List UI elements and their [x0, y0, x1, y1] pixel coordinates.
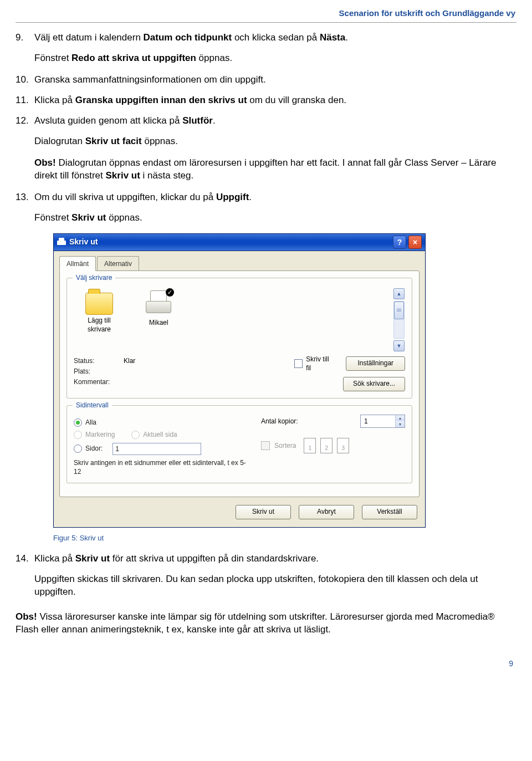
- radio-all-label: Alla: [85, 418, 96, 427]
- titlebar[interactable]: Skriv ut ? ×: [54, 234, 425, 251]
- find-printer-button[interactable]: Sök skrivare...: [343, 377, 405, 391]
- step-num: 9.: [16, 32, 34, 44]
- printer-scrollbar[interactable]: ▲ ▼: [394, 288, 404, 351]
- tab-allmant[interactable]: Allmänt: [59, 256, 96, 271]
- help-button[interactable]: ?: [393, 236, 406, 249]
- kommentar-label: Kommentar:: [74, 377, 124, 386]
- figure-caption: Figur 5: Skriv ut: [53, 533, 516, 543]
- pages-input[interactable]: 1: [112, 443, 201, 455]
- collate-label: Sortera: [274, 441, 296, 450]
- print-to-file-checkbox[interactable]: [294, 359, 303, 368]
- step-12: Avsluta guiden genom att klicka på Slutf…: [34, 115, 216, 127]
- step-13: Om du vill skriva ut uppgiften, klickar …: [34, 191, 252, 204]
- printer-icon: [57, 238, 66, 246]
- step-14: Klicka på Skriv ut för att skriva ut upp…: [34, 553, 319, 565]
- scroll-track[interactable]: [393, 301, 405, 339]
- dialog-buttons: Skriv ut Avbryt Verkställ: [54, 503, 425, 527]
- step-12-note: Obs! Dialogrutan öppnas endast om lärore…: [34, 157, 516, 182]
- close-button[interactable]: ×: [408, 236, 422, 249]
- step-9-result: Fönstret Redo att skriva ut uppgiften öp…: [34, 52, 516, 65]
- step-num: 13.: [16, 191, 34, 204]
- pages-hint: Skriv antingen in ett sidnummer eller et…: [74, 458, 251, 476]
- printer-list: Lägg till skrivare ✓ Mikael ▲: [74, 287, 405, 353]
- spin-up-icon[interactable]: ▲: [395, 415, 405, 421]
- scroll-down-icon[interactable]: ▼: [393, 340, 405, 351]
- radio-selection-label: Markering: [85, 430, 115, 439]
- step-11: Klicka på Granska uppgiften innan den sk…: [34, 94, 346, 107]
- step-14-result: Uppgiften skickas till skrivaren. Du kan…: [34, 573, 516, 599]
- radio-selection-row: Markering Aktuell sida: [74, 430, 251, 439]
- group-label: Sidintervall: [73, 401, 112, 410]
- default-check-icon: ✓: [166, 288, 174, 297]
- radio-all[interactable]: [74, 418, 82, 427]
- print-dialog: Skriv ut ? × Allmänt Alternativ Välj skr…: [53, 233, 426, 528]
- step-list: 9. Välj ett datum i kalendern Datum och …: [16, 32, 516, 44]
- page-number: 9: [16, 645, 516, 675]
- print-button[interactable]: Skriv ut: [236, 505, 291, 519]
- printer-info: Status:Klar Plats: Kommentar:: [74, 355, 288, 391]
- scroll-up-icon[interactable]: ▲: [393, 288, 405, 299]
- group-label: Välj skrivare: [73, 273, 115, 282]
- footer-note: Obs! Vissa läroresurser kanske inte lämp…: [16, 611, 516, 636]
- printer-icon: ✓: [145, 290, 172, 315]
- step-9: Välj ett datum i kalendern Datum och tid…: [34, 32, 348, 44]
- spin-down-icon[interactable]: ▼: [395, 421, 405, 427]
- print-to-file-label: Skriv till fil: [306, 355, 334, 372]
- printer-label: Lägg till skrivare: [78, 316, 120, 334]
- group-select-printer: Välj skrivare Lägg till skrivare ✓ Mikae…: [66, 278, 412, 399]
- printer-add[interactable]: Lägg till skrivare: [78, 290, 120, 334]
- copies-spinner[interactable]: 1 ▲ ▼: [360, 415, 405, 428]
- breadcrumb: Scenarion för utskrift och Grundläggande…: [16, 6, 516, 22]
- step-10: Granska sammanfattningsinformationen om …: [34, 74, 266, 86]
- collate-icon: 1 2 3: [304, 438, 349, 453]
- radio-current-label: Aktuell sida: [143, 430, 177, 439]
- radio-pages-label: Sidor:: [85, 444, 103, 453]
- step-num: 12.: [16, 115, 34, 127]
- printer-label: Mikael: [137, 318, 180, 327]
- radio-current: [131, 431, 140, 439]
- radio-selection: [74, 431, 82, 439]
- radio-pages-row[interactable]: Sidor: 1: [74, 443, 251, 455]
- radio-all-row[interactable]: Alla: [74, 418, 251, 427]
- step-num: 11.: [16, 94, 34, 107]
- step-13-result: Fönstret Skriv ut öppnas.: [34, 212, 516, 224]
- add-printer-icon: [85, 293, 113, 315]
- status-label: Status:: [74, 356, 124, 365]
- collate-checkbox: [261, 441, 270, 450]
- radio-pages[interactable]: [74, 445, 82, 453]
- step-12-result: Dialogrutan Skriv ut facit öppnas.: [34, 135, 516, 148]
- tab-panel-allmant: Välj skrivare Lägg till skrivare ✓ Mikae…: [59, 270, 420, 497]
- printer-mikael[interactable]: ✓ Mikael: [137, 290, 180, 327]
- plats-label: Plats:: [74, 367, 124, 376]
- tab-strip: Allmänt Alternativ: [54, 251, 425, 270]
- copies-value[interactable]: 1: [361, 415, 395, 427]
- step-num: 14.: [16, 553, 34, 565]
- tab-alternativ[interactable]: Alternativ: [97, 256, 139, 271]
- group-page-range: Sidintervall Alla Markering: [66, 405, 412, 483]
- settings-button[interactable]: Inställningar: [346, 356, 405, 371]
- dialog-title: Skriv ut: [69, 237, 391, 247]
- copies-label: Antal kopior:: [261, 417, 298, 426]
- apply-button[interactable]: Verkställ: [362, 505, 417, 519]
- cancel-button[interactable]: Avbryt: [299, 505, 354, 519]
- print-dialog-figure: Skriv ut ? × Allmänt Alternativ Välj skr…: [53, 233, 516, 528]
- step-num: 10.: [16, 74, 34, 86]
- scroll-thumb[interactable]: [394, 302, 404, 319]
- divider: [16, 22, 516, 23]
- status-value: Klar: [124, 356, 135, 365]
